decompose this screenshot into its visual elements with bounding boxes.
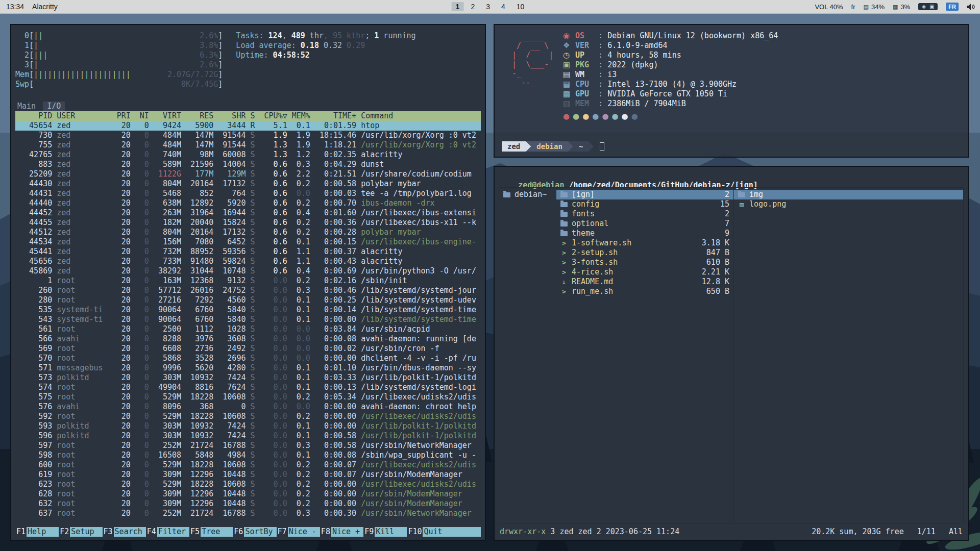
file-manager-window[interactable]: zed@debian /home/zed/Documents/GitHub/de… [494,166,969,541]
column-header-cpu[interactable]: CPU%▽ [260,111,287,121]
fkey-label-nice[interactable]: Nice - [288,527,320,537]
process-row-576[interactable]: 576avahi20080963680S0.00.00:00.00avahi-d… [15,402,481,412]
bar-item-34-[interactable]: ▤34% [864,3,885,11]
fkey-f4[interactable]: F4 [146,527,157,537]
fkey-label-quit[interactable]: Quit [423,527,481,537]
process-row-632[interactable]: 632root200309M1229610448S0.00.20:00.00/u… [15,499,481,509]
fkey-label-help[interactable]: Help [27,527,59,537]
process-row-260[interactable]: 260root200577122601624752S0.00.30:00.46/… [15,286,481,295]
file-row-theme[interactable]: theme9 [556,229,733,238]
process-row-535[interactable]: 535systemd-ti2009006467605840S0.00.10:00… [15,305,481,315]
fastfetch-terminal-window[interactable]: _____ / __ \ | / | | \___- -_ --_ ◉OS : … [494,24,969,158]
process-row-44512[interactable]: 44512zed200804M2016417132S0.60.20:00.28p… [15,228,481,237]
column-header-mem[interactable]: MEM% [287,111,310,121]
fkey-label-search[interactable]: Search [114,527,146,537]
process-row-592[interactable]: 592root200529M1822810608S0.00.20:00.00/u… [15,412,481,421]
column-header-res[interactable]: RES [181,111,213,121]
process-row-883[interactable]: 883zed200589M2159614004S0.60.30:04.29dun… [15,160,481,169]
process-row-623[interactable]: 623root200529M1822810608S0.00.20:00.00/u… [15,480,481,489]
file-row-config[interactable]: config15 [556,199,733,209]
process-row-596[interactable]: 596polkitd200303M109327424S0.00.10:00.58… [15,431,481,441]
process-row-598[interactable]: 598root2001650858484984S0.00.10:00.08/sb… [15,450,481,460]
column-header-command[interactable]: Command [356,111,481,121]
process-row-45441[interactable]: 45441zed200732M8895259356S0.61.10:00.37a… [15,247,481,257]
bar-item-3-[interactable]: ▦3% [893,3,910,11]
file-row-optional[interactable]: optional7 [556,219,733,229]
column-header-s[interactable]: S [246,111,259,121]
fkey-f8[interactable]: F8 [320,527,331,537]
file-row-logo.png[interactable]: ▨logo.png [734,199,963,209]
process-row-573[interactable]: 573polkitd200303M109327424S0.00.10:03.33… [15,373,481,383]
fkey-label-setup[interactable]: Setup [70,527,102,537]
process-row-44430[interactable]: 44430zed200804M2016417132S0.60.20:00.58p… [15,179,481,189]
process-row-566[interactable]: 566avahi200828839763608S0.00.00:00.08ava… [15,334,481,344]
workspace-3[interactable]: 3 [482,2,494,11]
process-row-44440[interactable]: 44440zed200638M128925920S0.60.20:00.70ib… [15,198,481,208]
process-row-600[interactable]: 600root200529M1822810608S0.00.20:00.07/u… [15,460,481,470]
fkey-f9[interactable]: F9 [363,527,375,537]
process-row-571[interactable]: 571messagebus200999656204280S0.00.10:01.… [15,363,481,373]
bar-item-fr[interactable]: fr [851,3,855,11]
tray-icon-0[interactable]: ◈ [922,4,926,9]
process-row-561[interactable]: 561root200250011121028S0.00.00:03.84/usr… [15,324,481,334]
column-header-virt[interactable]: VIRT [149,111,181,121]
htop-terminal-window[interactable]: 0[||2.6%]1[|3.8%]2[|||6.3%]3[|2.6%]Mem[|… [10,24,486,541]
process-row-42765[interactable]: 42765zed200740M98M60008S1.31.20:02.35ala… [15,150,481,160]
column-header-pri[interactable]: PRI [108,111,131,121]
file-row-[ign][interactable]: [ign]2 [556,190,733,199]
column-header-pid[interactable]: PID [15,111,52,121]
process-row-45869[interactable]: 45869zed200382923104410748S0.60.40:00.69… [15,266,481,276]
process-row-569[interactable]: 569root200660827362492S0.00.00:00.02/usr… [15,344,481,354]
process-row-44534[interactable]: 44534zed200156M70806452S0.60.10:00.15/us… [15,237,481,247]
process-row-44431[interactable]: 44431zed2005468852764S0.60.00:00.03tee -… [15,189,481,198]
column-header-time[interactable]: TIME+ [310,111,356,121]
process-row-280[interactable]: 280root2002721672924560S0.00.10:00.25/li… [15,295,481,305]
keyboard-layout-badge[interactable]: FR [946,3,959,11]
fkey-f6[interactable]: F6 [233,527,244,537]
column-header-user[interactable]: USER [52,111,107,121]
column-header-shr[interactable]: SHR [213,111,246,121]
tab-main[interactable]: Main [15,102,38,111]
file-row-4-rice.sh[interactable]: >4-rice.sh2.21 K [556,267,733,277]
process-row-628[interactable]: 628root200309M1229610448S0.00.20:00.00/u… [15,489,481,499]
tray[interactable]: ◈▣ [918,3,938,10]
fkey-label-kill[interactable]: Kill [375,527,407,537]
process-row-44452[interactable]: 44452zed200263M3196416944S0.60.40:01.60/… [15,208,481,218]
file-row-README.md[interactable]: ↓README.md12.8 K [556,277,733,287]
workspace-4[interactable]: 4 [497,2,509,11]
file-row-2-setup.sh[interactable]: >2-setup.sh847 B [556,248,733,258]
fkey-f5[interactable]: F5 [189,527,201,537]
fkey-f3[interactable]: F3 [103,527,114,537]
fkey-f1[interactable]: F1 [15,527,27,537]
bar-item-vol-40-[interactable]: VOL 40% [815,3,843,11]
process-row-597[interactable]: 597root200252M2172416788S0.00.30:00.58/u… [15,441,481,450]
process-row-619[interactable]: 619root200309M1229610448S0.00.20:00.07/u… [15,470,481,480]
fkey-f2[interactable]: F2 [59,527,70,537]
process-row-570[interactable]: 570root200586835282696S0.00.00:00.00dhcl… [15,354,481,363]
workspace-2[interactable]: 2 [467,2,479,11]
tab-io[interactable]: I/O [43,102,65,111]
fkey-label-sortby[interactable]: SortBy [244,527,276,537]
fkey-label-tree[interactable]: Tree [201,527,233,537]
shell-prompt[interactable]: zeddebian~ [502,141,604,152]
process-row-44455[interactable]: 44455zed200182M2004015824S0.60.20:00.36/… [15,218,481,228]
process-row-575[interactable]: 575root200529M1822810608S0.00.20:05.34/u… [15,392,481,402]
tray-icon-1[interactable]: ▣ [929,4,934,9]
process-row-730[interactable]: 730zed200484M147M91544S1.91.918:15.46/us… [15,131,481,140]
process-row-574[interactable]: 574root2004990488167624S0.00.10:00.13/li… [15,383,481,392]
speaker-icon[interactable] [967,4,975,10]
process-row-25209[interactable]: 25209zed2001122G177M129MS0.62.20:21.51/u… [15,169,481,179]
file-row-fonts[interactable]: fonts2 [556,209,733,219]
htop-header-row[interactable]: PIDUSERPRINIVIRTRESSHRSCPU%▽MEM%TIME+Com… [15,111,481,121]
fkey-label-filter[interactable]: Filter [157,527,189,537]
workspace-10[interactable]: 10 [512,2,529,11]
file-row-img[interactable]: img [734,190,963,199]
fkey-label-nice[interactable]: Nice + [331,527,363,537]
fkey-f10[interactable]: F10 [407,527,423,537]
process-row-45654[interactable]: 45654zed200942459003444R5.10.10:01.59hto… [15,121,481,131]
column-header-ni[interactable]: NI [131,111,149,121]
process-row-543[interactable]: 543systemd-ti2009006467605840S0.00.10:00… [15,315,481,324]
workspace-1[interactable]: 1 [452,2,464,11]
fkey-f7[interactable]: F7 [277,527,288,537]
process-row-1[interactable]: 1root200163M123689132S0.00.20:02.16/sbin… [15,276,481,286]
